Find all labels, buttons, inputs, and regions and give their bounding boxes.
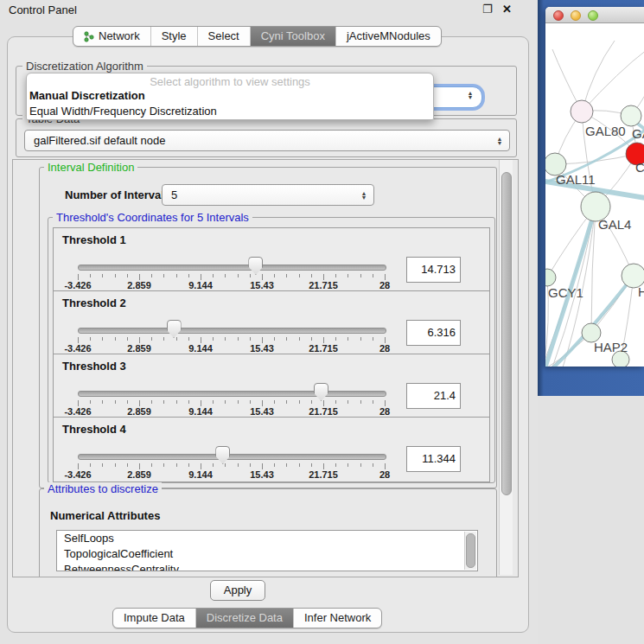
apply-button[interactable]: Apply — [210, 580, 265, 601]
network-node-label: GAL80 — [585, 124, 626, 138]
top-tab-bar: NetworkStyleSelectCyni ToolboxjActiveMNo… — [73, 26, 442, 47]
threshold-slider-track[interactable] — [78, 391, 386, 397]
network-node[interactable] — [545, 269, 556, 286]
threshold-label: Threshold 1 — [62, 233, 126, 246]
network-node-label: GAL4 — [598, 217, 631, 232]
settings-vertical-scrollbar[interactable] — [499, 160, 513, 575]
thresholds-group-title: Threshold's Coordinates for 5 Intervals — [53, 211, 252, 224]
panel-title: Control Panel — [9, 3, 77, 16]
tab-label: Style — [162, 27, 187, 46]
tab-label: Infer Network — [304, 609, 371, 628]
threshold-value-field[interactable]: 11.344 — [406, 446, 461, 472]
tab-cyni-toolbox[interactable]: Cyni Toolbox — [251, 27, 336, 46]
threshold-slider-track[interactable] — [78, 265, 386, 271]
close-traffic-light-icon[interactable] — [553, 10, 564, 21]
threshold-slider-thumb[interactable] — [248, 257, 263, 275]
number-of-intervals-value: 5 — [163, 188, 358, 201]
tab-impute-data[interactable]: Impute Data — [113, 609, 196, 628]
network-view-window: GAL80GACGAL11GAL4GCY1HHAP2 — [545, 7, 644, 367]
threshold-panel: Threshold 2-3.4262.8599.14415.4321.71528… — [53, 290, 490, 356]
interval-definition-title: Interval Definition — [44, 161, 137, 174]
attribute-list-item[interactable]: TopologicalCoefficient — [57, 546, 477, 562]
table-panel: Table Panel ⚙ ☑☑ shared…na YDL19…YDL1YDR… — [538, 396, 644, 644]
tab-infer-network[interactable]: Infer Network — [294, 609, 381, 628]
number-of-intervals-combobox[interactable]: 5 ▲▼ — [162, 184, 374, 206]
zoom-traffic-light-icon[interactable] — [588, 10, 598, 21]
tab-discretize-data[interactable]: Discretize Data — [196, 609, 294, 628]
settings-scroll-viewport: Interval Definition Number of Intervals … — [12, 159, 519, 577]
network-edge[interactable] — [582, 41, 615, 112]
table-data-value: galFiltered.sif default node — [25, 134, 494, 147]
bottom-tab-bar: Impute DataDiscretize DataInfer Network — [112, 608, 382, 628]
algorithm-option[interactable]: Equal Width/Frequency Discretization — [27, 104, 433, 119]
threshold-panel: Threshold 3-3.4262.8599.14415.4321.71528… — [53, 354, 490, 419]
attribute-list-item[interactable]: SelfLoops — [57, 531, 477, 546]
numerical-attributes-list[interactable]: SelfLoopsTopologicalCoefficientBetweenne… — [56, 530, 478, 571]
tab-network[interactable]: Network — [73, 27, 151, 46]
numerical-attributes-heading: Numerical Attributes — [50, 509, 160, 522]
network-edge[interactable] — [582, 49, 644, 112]
network-icon — [84, 31, 94, 42]
threshold-slider-thumb[interactable] — [167, 320, 182, 338]
slider-tick-labels: -3.4262.8599.14415.4321.71528 — [78, 343, 385, 354]
combo-stepper-icon: ▲▼ — [494, 137, 506, 145]
network-node-label: GAL11 — [556, 172, 596, 187]
slider-tick-labels: -3.4262.8599.14415.4321.71528 — [78, 469, 385, 480]
threshold-value-field[interactable]: 14.713 — [406, 257, 461, 283]
close-icon[interactable]: ✕ — [502, 3, 512, 16]
network-window-titlebar[interactable] — [545, 7, 644, 23]
network-node-label: HAP2 — [594, 340, 628, 354]
tab-label: jActiveMNodules — [347, 27, 430, 46]
threshold-slider-thumb[interactable] — [215, 446, 230, 464]
attribute-list-item[interactable]: BetweennessCentrality — [57, 562, 477, 571]
network-node[interactable] — [571, 100, 593, 123]
float-window-icon[interactable]: ❐ — [482, 3, 493, 16]
threshold-label: Threshold 3 — [62, 360, 126, 373]
minimize-traffic-light-icon[interactable] — [571, 10, 581, 21]
algorithm-dropdown-popup: Select algorithm to view settings Manual… — [26, 73, 434, 120]
threshold-slider-thumb[interactable] — [314, 383, 328, 401]
threshold-value-field[interactable]: 21.4 — [406, 383, 461, 409]
algorithm-popup-hint: Select algorithm to view settings — [27, 73, 433, 88]
threshold-panel: Threshold 1-3.4262.8599.14415.4321.71528… — [53, 227, 490, 293]
threshold-slider-track[interactable] — [78, 328, 386, 334]
combo-stepper-icon: ▲▼ — [464, 91, 476, 99]
network-node-label: GA — [632, 126, 644, 141]
threshold-slider-track[interactable] — [78, 454, 386, 460]
combo-stepper-icon: ▲▼ — [358, 191, 370, 200]
tab-label: Select — [208, 27, 239, 46]
tab-label: Cyni Toolbox — [261, 27, 325, 46]
threshold-panel: Threshold 4-3.4262.8599.14415.4321.71528… — [53, 417, 490, 482]
tab-label: Network — [99, 27, 140, 46]
attributes-list-scrollbar[interactable] — [464, 532, 476, 570]
threshold-label: Threshold 4 — [62, 423, 126, 436]
control-panel-titlebar: Control Panel ❐ ✕ — [0, 0, 538, 21]
number-of-intervals-label: Number of Intervals — [65, 188, 170, 201]
tab-select[interactable]: Select — [198, 27, 251, 46]
threshold-value-field[interactable]: 6.316 — [406, 320, 461, 346]
network-node-label: H — [638, 284, 644, 299]
tab-label: Impute Data — [124, 609, 185, 628]
tab-style[interactable]: Style — [151, 27, 198, 46]
slider-tick-labels: -3.4262.8599.14415.4321.71528 — [78, 280, 385, 290]
discretization-algorithm-title: Discretization Algorithm — [22, 60, 147, 73]
slider-tick-labels: -3.4262.8599.14415.4321.71528 — [78, 406, 385, 417]
network-node-label: GCY1 — [548, 285, 583, 300]
network-node-label: C — [635, 160, 644, 175]
table-data-combobox[interactable]: galFiltered.sif default node ▲▼ — [24, 130, 510, 151]
tab-label: Discretize Data — [207, 609, 283, 628]
threshold-label: Threshold 2 — [62, 296, 126, 309]
tab-jactivemnodules[interactable]: jActiveMNodules — [336, 27, 441, 46]
algorithm-option[interactable]: Manual Discretization — [27, 88, 433, 104]
network-graph-canvas[interactable]: GAL80GACGAL11GAL4GCY1HHAP2 — [545, 23, 644, 367]
attributes-group-title: Attributes to discretize — [44, 482, 162, 495]
